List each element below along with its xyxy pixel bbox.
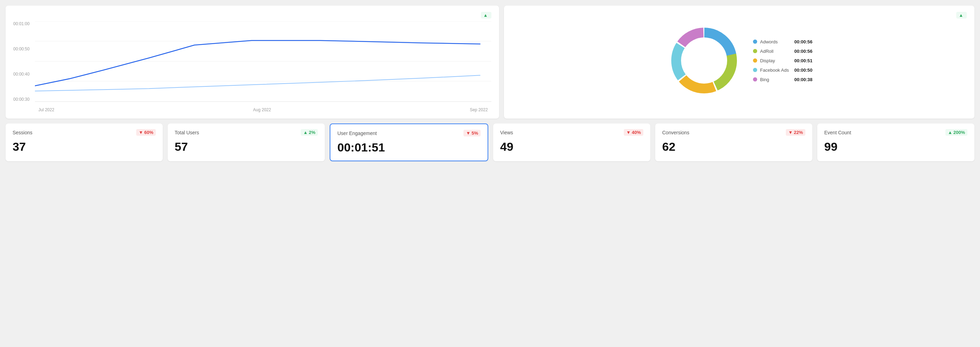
bottom-row: Sessions ▼ 60% 37 Total Users ▲ 2% 57 Us… [6,123,974,161]
y-label-1: 00:01:00 [13,21,32,26]
donut-chart-card: ▲ [504,6,974,118]
legend-dot [753,68,757,72]
stat-value: 37 [13,140,156,154]
stat-badge: ▼ 40% [624,129,643,136]
stat-card-header: Conversions ▼ 22% [662,129,805,136]
legend-dot [753,49,757,53]
legend-dot [753,58,757,62]
stat-badge: ▲ 200% [945,129,967,136]
chart-area [35,21,492,102]
legend-value: 00:00:56 [794,49,812,54]
legend-dot [753,40,757,44]
y-label-2: 00:00:50 [13,46,32,51]
stat-arrow-icon: ▼ [466,131,471,136]
stat-card-views[interactable]: Views ▼ 40% 49 [493,123,650,161]
donut-content: Adwords 00:00:56 AdRoll 00:00:56 Display… [512,22,967,99]
legend-label: Display [760,58,791,63]
stat-card-conversions[interactable]: Conversions ▼ 22% 62 [655,123,812,161]
donut-chart-badge: ▲ [956,12,967,19]
stat-card-header: Views ▼ 40% [500,129,643,136]
donut-svg-wrap [666,22,743,99]
stat-value: 49 [500,140,643,154]
stat-arrow-icon: ▼ [138,130,143,135]
y-label-4: 00:00:30 [13,97,32,102]
stat-value: 99 [824,140,967,154]
stat-arrow-icon: ▼ [626,130,631,135]
stat-value: 57 [175,140,318,154]
line-chart-card: ▲ 00:01:00 00:00:50 00:00:40 00:00:30 [6,6,499,118]
x-label-3: Sep 2022 [470,107,488,112]
y-label-3: 00:00:40 [13,72,32,77]
stat-label: User Engagement [337,131,377,136]
stat-label: Conversions [662,130,689,135]
x-label-2: Aug 2022 [253,107,271,112]
stat-card-header: Sessions ▼ 60% [13,129,156,136]
stat-badge-text: 22% [794,130,803,135]
stat-badge-text: 40% [632,130,641,135]
legend-value: 00:00:51 [794,58,812,63]
stat-label: Views [500,130,513,135]
y-axis: 00:01:00 00:00:50 00:00:40 00:00:30 [13,21,35,102]
legend-label: AdRoll [760,49,791,54]
stat-badge-text: 2% [309,130,315,135]
line-chart-metric: ▲ [477,12,492,19]
legend-item-adroll: AdRoll 00:00:56 [753,49,812,54]
line-chart-container: 00:01:00 00:00:50 00:00:40 00:00:30 [13,21,492,112]
stat-badge-text: 200% [953,130,965,135]
chart-svg [35,21,492,101]
legend-label: Adwords [760,39,791,45]
legend-item-bing: Bing 00:00:38 [753,77,812,82]
stat-arrow-icon: ▼ [788,130,793,135]
stat-badge: ▼ 22% [786,129,805,136]
stat-card-header: Event Count ▲ 200% [824,129,967,136]
line-chart-badge: ▲ [481,12,492,19]
dashboard: ▲ 00:01:00 00:00:50 00:00:40 00:00:30 [6,6,974,161]
stat-label: Event Count [824,130,851,135]
stat-value: 00:01:51 [337,141,480,154]
up-arrow-icon: ▲ [484,13,488,18]
legend-value: 00:00:50 [794,67,812,73]
line-chart-header: ▲ [13,12,492,19]
donut-svg [666,22,743,99]
legend-item-facebook-ads: Facebook Ads 00:00:50 [753,67,812,73]
stat-card-header: User Engagement ▼ 5% [337,130,480,136]
up-arrow-icon-2: ▲ [959,13,963,18]
donut-legend: Adwords 00:00:56 AdRoll 00:00:56 Display… [753,39,812,82]
top-row: ▲ 00:01:00 00:00:50 00:00:40 00:00:30 [6,6,974,118]
legend-dot [753,77,757,82]
legend-label: Bing [760,77,791,82]
legend-label: Facebook Ads [760,67,791,73]
stat-card-sessions[interactable]: Sessions ▼ 60% 37 [6,123,163,161]
legend-item-adwords: Adwords 00:00:56 [753,39,812,45]
stat-label: Total Users [175,130,199,135]
x-label-1: Jul 2022 [38,107,54,112]
stat-label: Sessions [13,130,32,135]
legend-value: 00:00:56 [794,39,812,45]
stat-arrow-icon: ▲ [303,130,308,135]
legend-value: 00:00:38 [794,77,812,82]
stat-card-user-engagement[interactable]: User Engagement ▼ 5% 00:01:51 [330,123,488,161]
stat-badge-text: 60% [144,130,153,135]
stat-badge: ▼ 60% [136,129,156,136]
stat-arrow-icon: ▲ [948,130,952,135]
stat-card-event-count[interactable]: Event Count ▲ 200% 99 [817,123,974,161]
legend-item-display: Display 00:00:51 [753,58,812,63]
stat-badge-text: 5% [471,131,478,136]
x-axis: Jul 2022 Aug 2022 Sep 2022 [35,107,492,112]
stat-card-header: Total Users ▲ 2% [175,129,318,136]
stat-value: 62 [662,140,805,154]
stat-badge: ▲ 2% [301,129,318,136]
stat-card-total-users[interactable]: Total Users ▲ 2% 57 [168,123,325,161]
donut-chart-header: ▲ [512,12,967,19]
stat-badge: ▼ 5% [463,130,480,136]
